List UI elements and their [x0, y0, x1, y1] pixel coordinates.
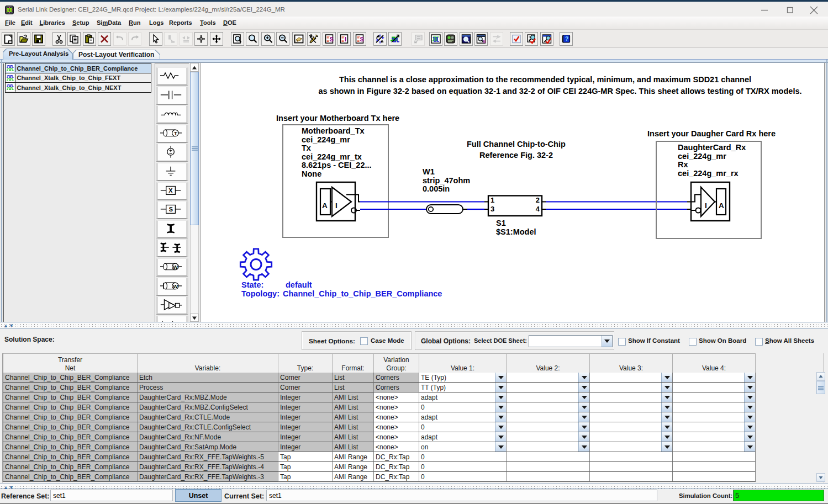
svg-text:None: None — [302, 169, 321, 178]
svg-text:Topology:: Topology: — [241, 289, 279, 298]
svg-text:Rx: Rx — [678, 160, 688, 169]
svg-text:I: I — [335, 201, 337, 210]
svg-text:cei_224g_mr: cei_224g_mr — [302, 135, 350, 144]
svg-text:I: I — [705, 201, 707, 210]
svg-text:A: A — [719, 201, 724, 210]
svg-text:strip_47ohm: strip_47ohm — [423, 176, 470, 185]
svg-text:cei_224g_mr_tx: cei_224g_mr_tx — [302, 152, 362, 161]
svg-text:This channel is a close approx: This channel is a close approximation to… — [339, 75, 751, 84]
svg-text:X: X — [168, 187, 173, 194]
svg-text:Full Channel Chip-to-Chip: Full Channel Chip-to-Chip — [467, 140, 566, 148]
svg-text:A: A — [322, 201, 328, 210]
svg-text:8.621ps - CEI_22...: 8.621ps - CEI_22... — [302, 161, 372, 169]
svg-text:3: 3 — [491, 205, 494, 213]
svg-text:0.005in: 0.005in — [423, 184, 450, 193]
svg-text:Insert your Motherboard Tx her: Insert your Motherboard Tx here — [276, 114, 399, 123]
svg-text:Reference Fig. 32-2: Reference Fig. 32-2 — [479, 151, 553, 160]
svg-text:2: 2 — [536, 196, 540, 204]
svg-text:Channel_Chip_to_Chip_BER_Compl: Channel_Chip_to_Chip_BER_Compliance — [283, 289, 442, 298]
svg-text:W1: W1 — [423, 167, 435, 176]
svg-text:S: S — [169, 206, 173, 213]
svg-text:Insert your Daugher Card Rx he: Insert your Daugher Card Rx here — [647, 129, 776, 138]
svg-text:DaughterCard_Rx: DaughterCard_Rx — [678, 143, 746, 152]
svg-text:1: 1 — [491, 196, 494, 204]
svg-text:W: W — [173, 264, 178, 270]
svg-text:Motherboard_Tx: Motherboard_Tx — [302, 126, 365, 135]
svg-text:I: I — [345, 36, 346, 43]
svg-text:cei_224g_mr: cei_224g_mr — [678, 152, 726, 161]
svg-text:4: 4 — [536, 205, 540, 213]
svg-text:W: W — [173, 283, 178, 289]
svg-text:S1: S1 — [496, 219, 506, 227]
svg-text:as shown in Figure 32-2 based: as shown in Figure 32-2 based on equatio… — [318, 87, 801, 96]
svg-text:Tx: Tx — [302, 144, 311, 152]
svg-text:cei_224g_mr_rx: cei_224g_mr_rx — [678, 169, 739, 178]
svg-text:T: T — [174, 130, 177, 136]
svg-text:?: ? — [565, 36, 568, 42]
svg-text:S: S — [360, 36, 363, 43]
svg-text:S: S — [329, 36, 333, 43]
svg-text:S: S — [483, 39, 486, 44]
svg-text:$S1:Model: $S1:Model — [496, 227, 536, 236]
svg-text:State:: State: — [241, 280, 263, 289]
svg-text:default: default — [286, 280, 312, 289]
